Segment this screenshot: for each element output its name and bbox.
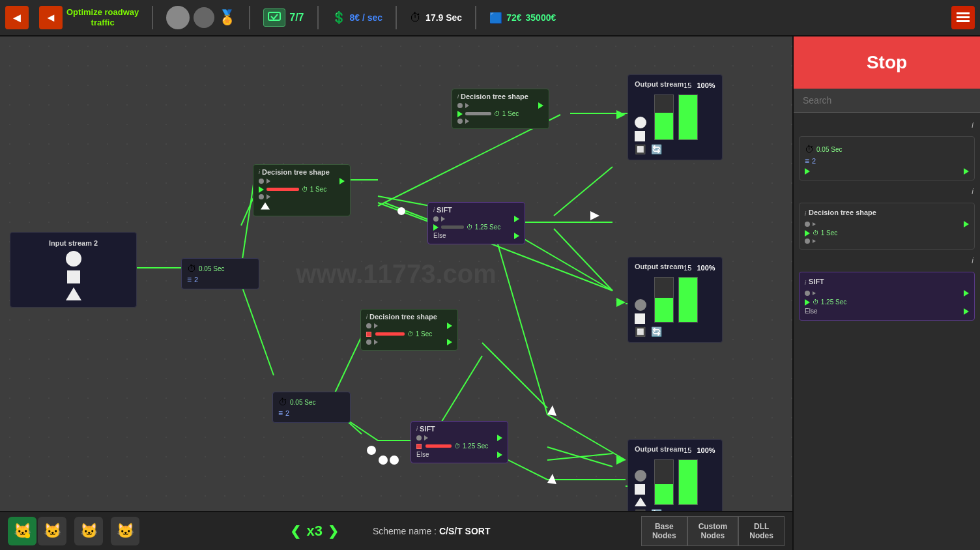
svg-marker-33 (547, 474, 556, 484)
svg-rect-1 (957, 12, 970, 14)
tab-dll-nodes[interactable]: DLLNodes (738, 516, 785, 546)
avatars-section: 🏅 (166, 6, 236, 29)
cat-icon-2[interactable]: 🐱 (38, 517, 66, 545)
svg-line-15 (554, 229, 612, 291)
right-panel: Stop i ⏱ 0.05 Sec ≡ 2 i i Decisi (792, 36, 980, 550)
panel-item-sift[interactable]: i SIFT ⏱ 1.25 Sec Else (799, 272, 975, 321)
timer-node-1[interactable]: ⏱ 0.05 Sec ≡ 2 (181, 258, 259, 289)
cat-icon-1[interactable]: 🐱 (8, 517, 36, 545)
panel-item-timer[interactable]: ⏱ 0.05 Sec ≡ 2 (799, 136, 975, 181)
shape-square (67, 270, 80, 283)
bottom-panel: 🐱 🐱 🐱 🐱 ❮ x3 ❯ Scheme name : C/S/T SORT … (0, 511, 792, 550)
canvas-area[interactable]: Input stream 2 ⏱ 0.05 Sec ≡ 2 i Decision… (0, 36, 792, 511)
svg-line-14 (554, 167, 612, 216)
svg-marker-31 (616, 110, 626, 119)
svg-line-6 (241, 284, 274, 375)
tab-custom-nodes[interactable]: CustomNodes (687, 516, 739, 546)
rate-section: 💲 8€ / sec (332, 10, 383, 25)
svg-marker-30 (616, 456, 626, 465)
svg-point-25 (367, 446, 376, 455)
stop-button[interactable]: Stop (794, 36, 980, 89)
shape-circle (66, 251, 81, 267)
svg-line-16 (482, 343, 547, 408)
sift-node-middle[interactable]: i SIFT ⏱ 1.25 Sec Else (427, 202, 525, 244)
count-row: ≡ 2 (187, 275, 253, 284)
timer-section: ⏱ 17.9 Sec (410, 11, 462, 25)
panel-dts-play (964, 221, 969, 227)
right-panel-content: i ⏱ 0.05 Sec ≡ 2 i i Decision tree shape (794, 113, 980, 550)
input-stream-title: Input stream 2 (49, 239, 98, 247)
panel-play-right (964, 168, 969, 175)
cat-dot (25, 533, 30, 538)
search-input[interactable] (794, 89, 980, 113)
shape-triangle (66, 287, 81, 300)
topbar-right (951, 6, 975, 29)
panel-item-dts[interactable]: i Decision tree shape ⏱ 1 Sec (799, 203, 975, 250)
svg-marker-29 (616, 298, 626, 307)
multiplier-section: ❮ x3 ❯ (290, 523, 338, 540)
multiplier-value: x3 (306, 523, 322, 540)
info-label-1: i (794, 118, 980, 132)
svg-line-19 (547, 454, 612, 460)
dts-title-tr: Decision tree shape (461, 93, 528, 100)
svg-rect-2 (957, 16, 970, 18)
panel-play-left (805, 168, 810, 175)
progress-section: 7/7 (263, 8, 304, 27)
tab-base-nodes[interactable]: BaseNodes (641, 516, 687, 546)
svg-marker-28 (590, 211, 599, 220)
sift-title-bottom: SIFT (420, 425, 435, 433)
scheme-label: Scheme name : (373, 526, 437, 536)
watermark: www.11773.com (296, 259, 497, 289)
title-section: ◄ Optimize roadway traffic (39, 6, 139, 29)
scheme-section: Scheme name : C/S/T SORT (373, 526, 491, 536)
info-label-3: i (794, 253, 980, 268)
svg-line-22 (332, 336, 362, 398)
dts-title-top: Decision tree shape (262, 168, 330, 176)
sift-title-middle: SIFT (437, 206, 452, 214)
progress-stat: 7/7 (289, 12, 304, 23)
output-stream-bottom: Output stream 15 100% 🔲 (627, 439, 723, 511)
input-stream-box: Input stream 2 (10, 232, 137, 308)
currency-section: 🟦 72€ 35000€ (489, 12, 556, 24)
page-title: Optimize roadway traffic (66, 7, 139, 27)
info-label-2: i (794, 184, 980, 199)
svg-line-5 (241, 196, 254, 225)
svg-line-18 (547, 447, 612, 467)
bottom-nodes: BaseNodes CustomNodes DLLNodes (641, 516, 785, 546)
timer-stat: 17.9 Sec (425, 12, 462, 23)
svg-rect-3 (957, 20, 970, 22)
cat-icon-4[interactable]: 🐱 (111, 517, 139, 545)
dts-title-middle: Decision tree shape (369, 313, 437, 321)
rate-stat: 8€ / sec (350, 12, 383, 23)
back-button[interactable]: ◄ (5, 6, 29, 29)
dts-node-top-right[interactable]: i Decision tree shape ⏱ 1 Sec (452, 89, 549, 129)
svg-point-24 (397, 207, 405, 215)
svg-point-27 (390, 456, 399, 465)
svg-line-9 (378, 196, 430, 206)
scheme-name: C/S/T SORT (439, 526, 491, 536)
timer-value-1: 0.05 Sec (199, 265, 224, 272)
svg-point-26 (379, 456, 388, 465)
timer-row: ⏱ 0.05 Sec (187, 263, 253, 274)
cat-icon-3[interactable]: 🐱 (74, 517, 103, 545)
timer-node-2[interactable]: ⏱ 0.05 Sec ≡ 2 (272, 392, 351, 423)
output-stream-middle: Output stream 15 100% 🔲 🔄 (627, 257, 723, 343)
dts-node-top[interactable]: i Decision tree shape ⏱ 1 Sec (253, 164, 351, 216)
output-stream-top: Output stream 15 100% 🔲 🔄 (627, 74, 723, 160)
topbar: ◄ ◄ Optimize roadway traffic 🏅 7/7 💲 8€ … (0, 0, 980, 36)
svg-marker-32 (547, 405, 556, 416)
dts-node-middle[interactable]: i Decision tree shape ⏱ 1 Sec (360, 309, 458, 351)
menu-button[interactable] (951, 6, 975, 29)
sift-node-bottom[interactable]: i SIFT ⏱ 1.25 Sec Else (411, 421, 508, 463)
